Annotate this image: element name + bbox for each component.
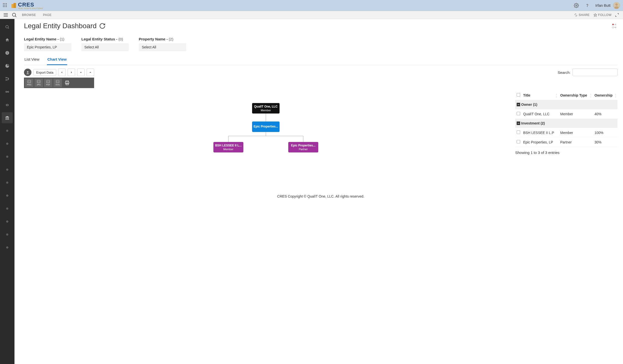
svg-rect-0 bbox=[3, 3, 4, 4]
sidebar-search[interactable] bbox=[2, 21, 13, 32]
sidebar-handshake[interactable] bbox=[2, 86, 13, 97]
sidebar-dot-6[interactable] bbox=[2, 190, 13, 201]
cell-ownership: 40% bbox=[593, 109, 618, 119]
sidebar-dot-10[interactable] bbox=[2, 242, 13, 253]
nav-left-button[interactable] bbox=[58, 69, 66, 76]
share-button[interactable]: SHARE bbox=[574, 13, 590, 17]
select-all-checkbox[interactable] bbox=[517, 93, 520, 97]
svg-rect-32 bbox=[28, 80, 31, 83]
sidebar-hands[interactable] bbox=[2, 99, 13, 110]
username[interactable]: Irfan Butt bbox=[595, 3, 611, 7]
sidebar-dot-9[interactable] bbox=[2, 229, 13, 240]
nav-right-button[interactable] bbox=[68, 69, 75, 76]
row-checkbox[interactable] bbox=[517, 130, 520, 134]
sort-icon[interactable]: ↑↓ bbox=[615, 93, 616, 97]
main-content: Legal Entity Dashboard Legal Entity Name… bbox=[14, 19, 623, 364]
sidebar-info[interactable] bbox=[2, 47, 13, 58]
workflow-icon[interactable] bbox=[612, 23, 618, 29]
export-png-button[interactable]: PNG bbox=[25, 79, 33, 87]
sidebar-dot-7[interactable] bbox=[2, 203, 13, 214]
filter-count: (1) bbox=[60, 37, 64, 41]
col-title: Title↑↓ bbox=[522, 91, 559, 100]
help-icon[interactable] bbox=[585, 3, 590, 8]
svg-marker-21 bbox=[594, 13, 597, 16]
chart-node-root[interactable]: QualIT One, LLC Member bbox=[252, 103, 280, 114]
refresh-icon[interactable] bbox=[99, 23, 106, 29]
nav-up-button[interactable] bbox=[87, 69, 94, 76]
node-title: BSH LESSEE II L... bbox=[215, 144, 242, 147]
svg-rect-35 bbox=[56, 80, 59, 83]
sidebar-dot-8[interactable] bbox=[2, 216, 13, 227]
ownership-table-area: Title↑↓ Ownership Type↑↓ Ownership↑↓ −Ow… bbox=[515, 91, 618, 190]
export-jpg-button[interactable]: JPG bbox=[34, 79, 43, 87]
nav-down-button[interactable] bbox=[77, 69, 85, 76]
chart-node-leaf2[interactable]: Epic Properties... Partner bbox=[288, 142, 318, 152]
filter-entity-name-select[interactable]: Epic Properties, LP bbox=[24, 43, 71, 51]
apps-launcher-icon[interactable] bbox=[3, 3, 7, 8]
upload-button[interactable] bbox=[24, 69, 31, 76]
svg-rect-6 bbox=[3, 6, 4, 7]
sidebar-transfer[interactable] bbox=[2, 73, 13, 84]
chart-node-mid[interactable]: Epic Properties... bbox=[252, 121, 280, 132]
svg-rect-8 bbox=[6, 6, 7, 7]
tab-list-view[interactable]: List View bbox=[24, 57, 40, 65]
table-row: Epic Properties, LP Partner 30% bbox=[515, 137, 618, 147]
collapse-icon[interactable]: − bbox=[517, 121, 520, 125]
sidebar-chart[interactable] bbox=[2, 60, 13, 71]
svg-rect-33 bbox=[37, 80, 40, 83]
logo[interactable]: CRES REAL ESTATE SOLUTIONS bbox=[11, 1, 43, 9]
filter-label: Property Name bbox=[139, 37, 165, 41]
ribbon-browse[interactable]: BROWSE bbox=[22, 13, 36, 17]
hamburger-icon[interactable] bbox=[3, 12, 8, 18]
svg-point-28 bbox=[6, 80, 6, 80]
sidebar-home[interactable] bbox=[2, 34, 13, 45]
expand-icon[interactable] bbox=[615, 13, 619, 17]
export-pdf-button[interactable]: PDF bbox=[44, 79, 52, 87]
filter-entity-status-select[interactable]: Select All bbox=[81, 43, 129, 51]
row-checkbox[interactable] bbox=[517, 112, 520, 115]
settings-icon[interactable] bbox=[574, 3, 579, 8]
search-icon[interactable] bbox=[11, 12, 17, 18]
svg-rect-10 bbox=[13, 3, 16, 8]
sidebar-dot-1[interactable] bbox=[2, 125, 13, 136]
tab-chart-view[interactable]: Chart View bbox=[47, 57, 67, 65]
svg-rect-7 bbox=[4, 6, 5, 7]
sidebar-institution[interactable] bbox=[2, 112, 13, 123]
sort-icon[interactable]: ↑↓ bbox=[590, 93, 592, 97]
filter-property-name-select[interactable]: Select All bbox=[139, 43, 186, 51]
cell-title: QualIT One, LLC bbox=[522, 109, 559, 119]
filter-entity-status: Legal Entity Status - (0) Select All bbox=[81, 37, 129, 51]
svg-point-19 bbox=[12, 13, 16, 16]
collapse-icon[interactable]: − bbox=[517, 103, 520, 106]
svg-point-27 bbox=[6, 77, 6, 78]
logo-subtitle: REAL ESTATE SOLUTIONS bbox=[18, 7, 43, 9]
sidebar-dot-2[interactable] bbox=[2, 138, 13, 149]
search-input[interactable] bbox=[573, 69, 618, 76]
filter-entity-name: Legal Entity Name - (1) Epic Properties,… bbox=[24, 37, 71, 51]
row-checkbox[interactable] bbox=[517, 140, 520, 143]
svg-line-23 bbox=[8, 28, 9, 29]
table-row: BSH LESSEE II L.P Member 100% bbox=[515, 128, 618, 137]
follow-button[interactable]: FOLLOW bbox=[594, 13, 612, 17]
export-svg-button[interactable]: SVG bbox=[53, 79, 62, 87]
sidebar-dot-5[interactable] bbox=[2, 177, 13, 188]
sidebar-dot-4[interactable] bbox=[2, 164, 13, 175]
cell-type: Partner bbox=[559, 137, 593, 147]
sidebar-dot-3[interactable] bbox=[2, 151, 13, 162]
col-type: Ownership Type↑↓ bbox=[559, 91, 593, 100]
svg-point-30 bbox=[612, 24, 614, 25]
avatar[interactable] bbox=[613, 2, 620, 9]
export-format-bar: PNG JPG PDF SVG bbox=[24, 78, 94, 88]
org-chart: QualIT One, LLC Member Epic Properties..… bbox=[24, 91, 508, 190]
col-ownership: Ownership↑↓ bbox=[593, 91, 618, 100]
svg-point-14 bbox=[615, 3, 618, 5]
sort-icon[interactable]: ↑↓ bbox=[556, 93, 557, 97]
filter-label: Legal Entity Status bbox=[81, 37, 115, 41]
filter-label: Legal Entity Name bbox=[24, 37, 56, 41]
print-button[interactable] bbox=[63, 79, 71, 87]
ribbon-page[interactable]: PAGE bbox=[43, 13, 51, 17]
chart-node-leaf1[interactable]: BSH LESSEE II L... Member bbox=[213, 142, 243, 152]
export-data-button[interactable]: Export Data bbox=[33, 69, 56, 76]
follow-label: FOLLOW bbox=[598, 13, 612, 17]
logo-text: CRES bbox=[18, 1, 34, 8]
